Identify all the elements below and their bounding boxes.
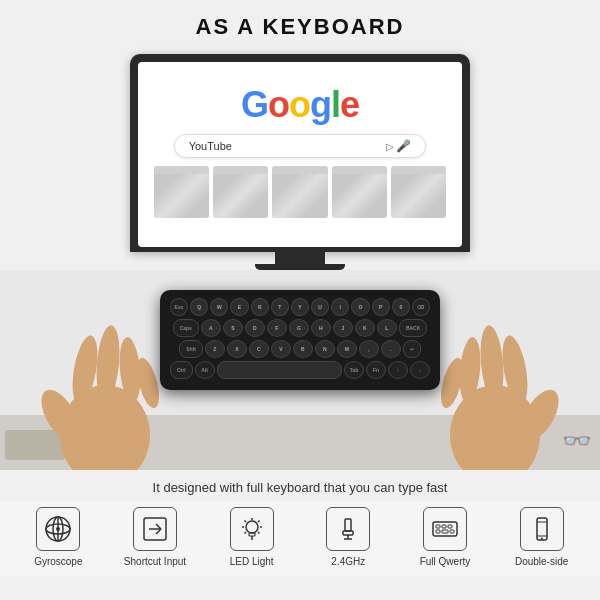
- key-tab: Tab: [344, 361, 364, 379]
- 24ghz-icon: [326, 507, 370, 551]
- led-light-icon: [230, 507, 274, 551]
- mic-icon: 🎤: [396, 139, 411, 153]
- key-u: U: [311, 298, 329, 316]
- kb-row-2: Caps A S D F G H J K L BACK: [170, 319, 430, 337]
- description-text: It designed with full keyboard that you …: [153, 480, 448, 495]
- features-row: Gyroscope Shortcut Input: [0, 501, 600, 576]
- svg-line-30: [258, 532, 260, 534]
- thumb-1: [154, 166, 209, 218]
- search-text: YouTube: [189, 140, 385, 152]
- browser-thumbs: [154, 166, 446, 218]
- kb-row-3: Shft Z X C V B N M , . ↵: [170, 340, 430, 358]
- mini-keyboard: Esc Q W E R T Y U I O P 0 ⌫ Caps: [160, 290, 440, 390]
- key-i: I: [331, 298, 349, 316]
- g6: e: [340, 84, 359, 125]
- monitor-body: Google YouTube ▷ 🎤: [130, 54, 470, 252]
- svg-rect-36: [436, 525, 440, 528]
- key-t: T: [271, 298, 289, 316]
- svg-point-21: [246, 521, 258, 533]
- feature-led-light: LED Light: [212, 507, 292, 568]
- gyroscope-label: Gyroscope: [34, 555, 82, 568]
- page: AS A KEYBOARD Google YouTube ▷ 🎤: [0, 0, 600, 600]
- svg-rect-40: [442, 530, 448, 533]
- feature-gyroscope: Gyroscope: [18, 507, 98, 568]
- key-ctrl: Ctrl: [170, 361, 193, 379]
- key-period: .: [381, 340, 401, 358]
- key-j: J: [333, 319, 353, 337]
- kb-row-4: Ctrl Alt Tab Fn ↑ ↓: [170, 361, 430, 379]
- svg-rect-37: [442, 525, 446, 528]
- monitor-stand-neck: [275, 252, 325, 264]
- key-s: S: [223, 319, 243, 337]
- key-f: F: [267, 319, 287, 337]
- svg-rect-31: [345, 519, 351, 531]
- kb-row-1: Esc Q W E R T Y U I O P 0 ⌫: [170, 298, 430, 316]
- svg-line-28: [258, 521, 260, 523]
- svg-rect-38: [448, 525, 452, 528]
- svg-rect-35: [433, 522, 457, 536]
- key-l: L: [377, 319, 397, 337]
- key-k: K: [355, 319, 375, 337]
- key-fn: Fn: [366, 361, 386, 379]
- key-p: P: [372, 298, 390, 316]
- key-0: 0: [392, 298, 410, 316]
- g3: o: [289, 84, 310, 125]
- feature-full-qwerty: Full Qwerty: [405, 507, 485, 568]
- page-title: AS A KEYBOARD: [0, 14, 600, 40]
- key-comma: ,: [359, 340, 379, 358]
- key-a: A: [201, 319, 221, 337]
- thumb-4: [332, 166, 387, 218]
- key-space: [217, 361, 342, 379]
- g2: o: [268, 84, 289, 125]
- key-c: C: [249, 340, 269, 358]
- key-o: O: [351, 298, 369, 316]
- key-n: N: [315, 340, 335, 358]
- led-light-label: LED Light: [230, 555, 274, 568]
- key-b: B: [293, 340, 313, 358]
- feature-shortcut-input: Shortcut Input: [115, 507, 195, 568]
- key-caps: Caps: [173, 319, 199, 337]
- key-e: E: [230, 298, 248, 316]
- key-esc: Esc: [170, 298, 188, 316]
- key-v: V: [271, 340, 291, 358]
- key-y: Y: [291, 298, 309, 316]
- key-x: X: [227, 340, 247, 358]
- g4: g: [310, 84, 331, 125]
- key-del: ⌫: [412, 298, 430, 316]
- hands-section: 👓: [0, 270, 600, 470]
- full-qwerty-icon: [423, 507, 467, 551]
- key-down: ↓: [410, 361, 430, 379]
- shortcut-input-icon: [133, 507, 177, 551]
- svg-rect-22: [249, 533, 255, 536]
- thumb-5: [391, 166, 446, 218]
- full-qwerty-label: Full Qwerty: [420, 555, 471, 568]
- feature-double-side: Double-side: [502, 507, 582, 568]
- description: It designed with full keyboard that you …: [133, 470, 468, 501]
- thumb-2: [213, 166, 268, 218]
- svg-point-45: [541, 538, 543, 540]
- svg-line-27: [244, 521, 246, 523]
- key-enter: ↵: [403, 340, 421, 358]
- g1: G: [241, 84, 268, 125]
- svg-rect-39: [436, 530, 440, 533]
- key-back: BACK: [399, 319, 427, 337]
- header: AS A KEYBOARD: [0, 0, 600, 48]
- key-h: H: [311, 319, 331, 337]
- monitor-area: Google YouTube ▷ 🎤: [0, 48, 600, 270]
- keyboard-wrapper: Esc Q W E R T Y U I O P 0 ⌫ Caps: [160, 290, 440, 390]
- key-up: ↑: [388, 361, 408, 379]
- key-g: G: [289, 319, 309, 337]
- double-side-icon: [520, 507, 564, 551]
- thumb-3: [272, 166, 327, 218]
- gyroscope-icon: [36, 507, 80, 551]
- key-q: Q: [190, 298, 208, 316]
- key-shift: Shft: [179, 340, 203, 358]
- feature-24ghz: 2.4GHz: [308, 507, 388, 568]
- google-logo: Google: [241, 84, 359, 126]
- search-bar[interactable]: YouTube ▷ 🎤: [174, 134, 427, 158]
- key-m: M: [337, 340, 357, 358]
- shortcut-input-label: Shortcut Input: [124, 555, 186, 568]
- key-w: W: [210, 298, 228, 316]
- monitor: Google YouTube ▷ 🎤: [130, 48, 470, 270]
- key-z: Z: [205, 340, 225, 358]
